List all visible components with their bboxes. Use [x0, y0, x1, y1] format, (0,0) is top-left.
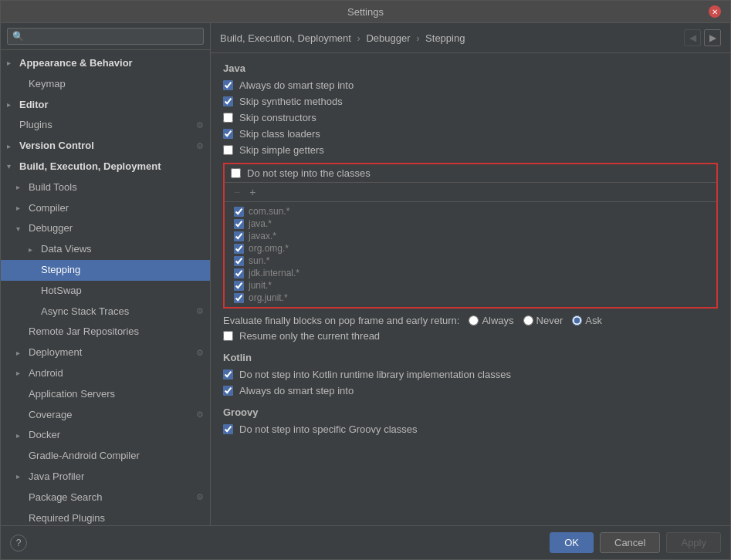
- search-input[interactable]: [7, 28, 204, 45]
- sidebar-item-data-views[interactable]: ▸Data Views: [1, 239, 210, 260]
- sidebar-item-editor[interactable]: ▸Editor: [1, 95, 210, 116]
- class-label-org-junit[interactable]: org.junit.*: [249, 292, 288, 303]
- footer: ? OK Cancel Apply: [1, 525, 730, 559]
- kotlin-section-label: Kotlin: [223, 352, 718, 363]
- class-label-com-sun[interactable]: com.sun.*: [249, 206, 289, 217]
- class-label-sun[interactable]: sun.*: [249, 255, 269, 266]
- sidebar-item-label: HotSwap: [41, 283, 82, 299]
- not-step-into-checkbox[interactable]: [231, 168, 241, 178]
- kotlin-checkbox-label-kotlin-runtime[interactable]: Do not step into Kotlin runtime library …: [239, 369, 511, 380]
- sidebar-item-compiler[interactable]: ▸Compiler: [1, 198, 210, 219]
- forward-button[interactable]: ▶: [704, 29, 721, 46]
- java-section-label: Java: [223, 62, 718, 74]
- class-label-org-omg[interactable]: org.omg.*: [249, 243, 289, 254]
- class-checkbox-org-junit[interactable]: [234, 293, 244, 303]
- radio-never[interactable]: [523, 315, 533, 326]
- sidebar-item-coverage[interactable]: Coverage⚙: [1, 405, 210, 426]
- sidebar-item-gradle-android[interactable]: Gradle-Android Compiler: [1, 446, 210, 467]
- java-checkbox-label-skip-synthetic[interactable]: Skip synthetic methods: [239, 96, 343, 107]
- sidebar-item-label: Appearance & Behavior: [19, 56, 133, 72]
- class-checkbox-junit[interactable]: [234, 281, 244, 291]
- sidebar-item-build-tools[interactable]: ▸Build Tools: [1, 177, 210, 198]
- sidebar-item-debugger[interactable]: ▾Debugger: [1, 218, 210, 239]
- close-button[interactable]: ✕: [709, 5, 721, 18]
- sidebar-item-package-search[interactable]: Package Search⚙: [1, 487, 210, 508]
- groovy-checkbox-groovy-specific[interactable]: [223, 424, 233, 434]
- java-checkboxes: Always do smart step intoSkip synthetic …: [223, 79, 718, 157]
- radio-label-always[interactable]: Always: [482, 315, 513, 326]
- help-button[interactable]: ?: [10, 535, 27, 552]
- class-label-java[interactable]: java.*: [249, 218, 272, 229]
- kotlin-checkbox-kotlin-runtime[interactable]: [223, 369, 233, 380]
- sidebar-item-build-exec[interactable]: ▾Build, Execution, Deployment: [1, 157, 210, 177]
- class-checkbox-sun[interactable]: [234, 256, 244, 266]
- java-checkbox-skip-simple-getters[interactable]: [223, 145, 233, 155]
- class-list: com.sun.*java.*javax.*org.omg.*sun.*jdk.…: [225, 202, 716, 307]
- radio-label-ask[interactable]: Ask: [585, 315, 602, 326]
- ok-button[interactable]: OK: [550, 532, 594, 553]
- class-checkbox-java[interactable]: [234, 219, 244, 229]
- resume-row: Resume only the current thread: [223, 329, 718, 342]
- java-checkbox-skip-class-loaders[interactable]: [223, 129, 233, 139]
- sidebar-item-appearance[interactable]: ▸Appearance & Behavior: [1, 53, 210, 74]
- resume-thread-label[interactable]: Resume only the current thread: [239, 330, 380, 342]
- add-class-button[interactable]: +: [246, 185, 259, 199]
- arrow-icon: ▸: [16, 367, 25, 380]
- kotlin-checkbox-label-kotlin-smart[interactable]: Always do smart step into: [239, 385, 354, 396]
- sidebar-item-label: Deployment: [29, 345, 82, 361]
- class-row-jdk-internal: jdk.internal.*: [225, 267, 716, 279]
- sidebar-item-async-stack[interactable]: Async Stack Traces⚙: [1, 302, 210, 322]
- sidebar-item-plugins[interactable]: Plugins⚙: [1, 115, 210, 136]
- java-checkbox-smart-step[interactable]: [223, 80, 233, 90]
- radio-ask[interactable]: [572, 315, 582, 326]
- java-checkbox-row-smart-step: Always do smart step into: [223, 79, 718, 92]
- class-label-javax[interactable]: javax.*: [249, 231, 276, 241]
- sidebar-item-version-control[interactable]: ▸Version Control⚙: [1, 136, 210, 157]
- class-label-jdk-internal[interactable]: jdk.internal.*: [249, 268, 300, 278]
- not-step-into-label[interactable]: Do not step into the classes: [247, 167, 371, 179]
- java-checkbox-skip-constructors[interactable]: [223, 113, 233, 123]
- class-checkbox-org-omg[interactable]: [234, 244, 244, 254]
- sidebar-item-app-servers[interactable]: Application Servers: [1, 384, 210, 405]
- resume-thread-checkbox[interactable]: [223, 331, 233, 341]
- sidebar-item-keymap[interactable]: Keymap: [1, 74, 210, 95]
- groovy-checkbox-label-groovy-specific[interactable]: Do not step into specific Groovy classes: [239, 423, 418, 435]
- sidebar-item-java-profiler[interactable]: ▸Java Profiler: [1, 467, 210, 487]
- class-row-javax: javax.*: [225, 230, 716, 242]
- arrow-icon: ▸: [16, 181, 25, 194]
- gear-icon: ⚙: [196, 491, 204, 504]
- sidebar-item-remote-jar[interactable]: Remote Jar Repositories: [1, 322, 210, 342]
- sidebar-item-label: Build Tools: [29, 180, 77, 196]
- sidebar-item-hotswap[interactable]: HotSwap: [1, 281, 210, 302]
- tree-area: ▸Appearance & BehaviorKeymap▸EditorPlugi…: [1, 50, 210, 525]
- settings-dialog: Settings ✕ ▸Appearance & BehaviorKeymap▸…: [0, 0, 731, 560]
- back-button[interactable]: ◀: [684, 29, 701, 46]
- java-checkbox-label-smart-step[interactable]: Always do smart step into: [239, 79, 354, 91]
- cancel-button[interactable]: Cancel: [600, 532, 660, 553]
- sidebar-item-deployment[interactable]: ▸Deployment⚙: [1, 342, 210, 363]
- sidebar-item-docker[interactable]: ▸Docker: [1, 425, 210, 446]
- groovy-checkbox-row-groovy-specific: Do not step into specific Groovy classes: [223, 423, 718, 436]
- sidebar-item-stepping[interactable]: Stepping: [1, 260, 210, 281]
- main-content: ▸Appearance & BehaviorKeymap▸EditorPlugi…: [1, 23, 730, 525]
- kotlin-checkbox-kotlin-smart[interactable]: [223, 386, 233, 396]
- apply-button[interactable]: Apply: [666, 532, 721, 553]
- sidebar-item-label: Editor: [19, 97, 49, 113]
- remove-class-button[interactable]: −: [231, 185, 243, 199]
- sidebar-item-android[interactable]: ▸Android: [1, 363, 210, 384]
- java-checkbox-row-skip-constructors: Skip constructors: [223, 111, 718, 124]
- radio-always[interactable]: [469, 315, 479, 326]
- sidebar-item-label: Compiler: [29, 201, 69, 217]
- sidebar-item-label: Java Profiler: [29, 469, 84, 485]
- class-checkbox-javax[interactable]: [234, 231, 244, 241]
- java-checkbox-label-skip-simple-getters[interactable]: Skip simple getters: [239, 144, 324, 156]
- class-label-junit[interactable]: junit.*: [249, 280, 272, 291]
- sidebar-item-label: Android: [29, 366, 63, 382]
- class-checkbox-jdk-internal[interactable]: [234, 268, 244, 278]
- radio-label-never[interactable]: Never: [536, 315, 563, 326]
- java-checkbox-skip-synthetic[interactable]: [223, 96, 233, 106]
- java-checkbox-label-skip-class-loaders[interactable]: Skip class loaders: [239, 128, 320, 140]
- sidebar-item-required-plugins[interactable]: Required Plugins: [1, 508, 210, 525]
- class-checkbox-com-sun[interactable]: [234, 207, 244, 217]
- java-checkbox-label-skip-constructors[interactable]: Skip constructors: [239, 112, 316, 123]
